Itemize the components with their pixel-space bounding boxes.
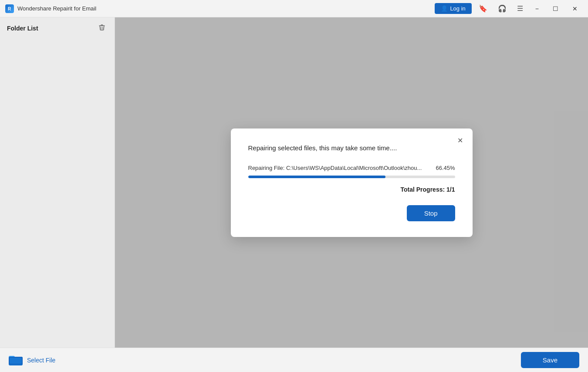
progress-file-row: Repairing File: C:\Users\WS\AppData\Loca… xyxy=(248,165,455,171)
login-button[interactable]: 👤 Log in xyxy=(435,3,471,14)
menu-button[interactable]: ☰ xyxy=(514,3,527,14)
maximize-button[interactable]: ☐ xyxy=(547,3,564,14)
repair-progress-dialog: ✕ Repairing selected files, this may tak… xyxy=(231,129,473,237)
close-icon: ✕ xyxy=(572,5,578,12)
progress-file-label: Repairing File: C:\Users\WS\AppData\Loca… xyxy=(248,165,429,171)
minimize-icon: − xyxy=(535,5,539,12)
progress-percent: 66.45% xyxy=(433,165,455,171)
bookmark-button[interactable]: 🔖 xyxy=(475,3,491,14)
modal-overlay: ✕ Repairing selected files, this may tak… xyxy=(115,17,588,348)
content-area: ✕ Repairing selected files, this may tak… xyxy=(115,17,588,348)
progress-bar-track xyxy=(248,176,455,178)
sidebar-header: Folder List xyxy=(7,23,108,34)
dialog-title: Repairing selected files, this may take … xyxy=(248,144,455,152)
sidebar-delete-button[interactable] xyxy=(96,23,108,34)
total-progress-label: Total Progress: 1/1 xyxy=(248,186,455,193)
dialog-actions: Stop xyxy=(248,205,455,221)
headset-icon: 🎧 xyxy=(498,4,507,13)
select-file-label: Select File xyxy=(27,357,55,364)
sidebar: Folder List xyxy=(0,17,115,348)
trash-icon xyxy=(98,24,106,31)
dialog-close-button[interactable]: ✕ xyxy=(454,135,466,147)
sidebar-title: Folder List xyxy=(7,25,38,32)
title-bar-actions: 👤 Log in 🔖 🎧 ☰ − ☐ ✕ xyxy=(435,3,583,14)
bottom-bar: Select File Save xyxy=(0,348,588,372)
svg-text:R: R xyxy=(8,7,11,11)
main-layout: Folder List ✕ Repairing selected files, … xyxy=(0,17,588,348)
user-icon: 👤 xyxy=(441,5,448,12)
maximize-icon: ☐ xyxy=(553,5,558,12)
app-icon: R xyxy=(5,4,14,13)
svg-rect-5 xyxy=(10,358,22,364)
menu-icon: ☰ xyxy=(517,4,523,13)
title-bar: R Wondershare Repairit for Email 👤 Log i… xyxy=(0,0,588,17)
minimize-button[interactable]: − xyxy=(530,3,544,14)
support-button[interactable]: 🎧 xyxy=(494,3,510,14)
select-file-button[interactable]: Select File xyxy=(9,354,55,366)
folder-icon xyxy=(9,354,23,366)
progress-bar-fill xyxy=(248,176,386,178)
stop-button[interactable]: Stop xyxy=(407,205,455,221)
dialog-close-icon: ✕ xyxy=(457,136,463,145)
close-button[interactable]: ✕ xyxy=(567,3,583,14)
app-title: Wondershare Repairit for Email xyxy=(17,5,435,12)
save-button[interactable]: Save xyxy=(521,352,579,368)
bookmark-icon: 🔖 xyxy=(479,4,487,13)
